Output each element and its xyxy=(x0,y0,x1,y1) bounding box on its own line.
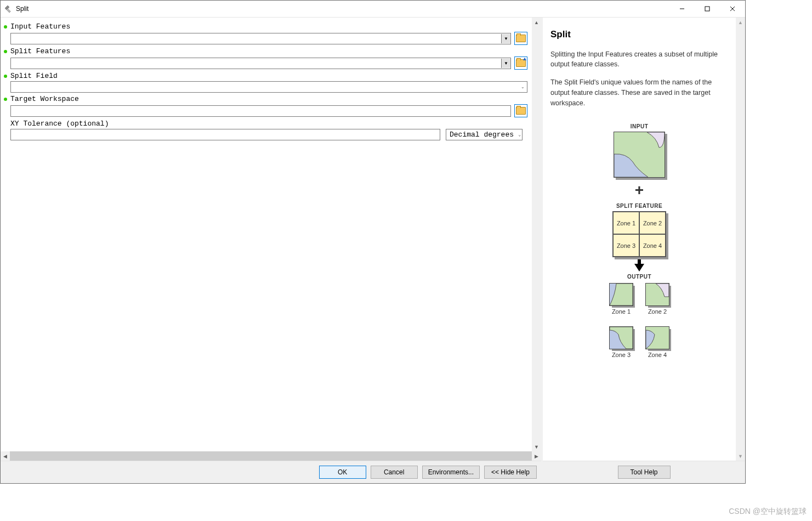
scroll-down-icon: ▼ xyxy=(532,442,541,451)
vertical-scrollbar[interactable]: ▲ ▼ xyxy=(532,18,541,451)
dialog-body: Input Features ▼ Split Features ▼ xyxy=(1,18,745,483)
svg-rect-1 xyxy=(6,8,10,13)
titlebar: Split xyxy=(1,1,745,18)
scroll-up-icon: ▲ xyxy=(532,18,541,27)
split-features-label: Split Features xyxy=(3,47,527,55)
split-dialog-window: Split Input Features ▼ xyxy=(0,0,746,484)
input-features-label: Input Features xyxy=(3,22,527,31)
scroll-right-icon: ▶ xyxy=(532,451,541,461)
target-workspace-label: Target Workspace xyxy=(3,95,527,103)
parameters-pane: Input Features ▼ Split Features ▼ xyxy=(1,18,543,483)
help-diagram: INPUT + SPLIT xyxy=(550,122,728,359)
diagram-input-tile xyxy=(614,132,665,178)
svg-rect-3 xyxy=(705,7,709,11)
folder-icon xyxy=(516,35,526,42)
window-title: Split xyxy=(16,5,669,13)
split-field-label: Split Field xyxy=(3,72,527,80)
xy-tolerance-input[interactable] xyxy=(10,129,440,140)
scroll-down-icon: ▼ xyxy=(736,451,745,461)
folder-add-icon xyxy=(516,59,526,67)
split-features-combo[interactable]: ▼ xyxy=(10,58,511,69)
form-scroll-area: Input Features ▼ Split Features ▼ xyxy=(1,18,541,461)
scroll-up-icon: ▲ xyxy=(736,18,745,27)
required-dot-icon xyxy=(4,25,7,29)
target-workspace-input[interactable] xyxy=(10,105,511,117)
help-title: Split xyxy=(550,27,728,42)
xy-tolerance-label: XY Tolerance (optional) xyxy=(3,120,527,128)
maximize-button[interactable] xyxy=(695,1,720,17)
ok-button[interactable]: OK xyxy=(319,466,366,479)
diagram-split-grid: Zone 1 Zone 2 Zone 3 Zone 4 xyxy=(612,211,666,257)
split-field-combo[interactable]: ⌄ xyxy=(10,81,527,93)
diagram-output-label: OUTPUT xyxy=(627,273,651,281)
help-vertical-scrollbar[interactable]: ▲ ▼ xyxy=(736,18,745,461)
scroll-left-icon: ◀ xyxy=(1,451,10,461)
minimize-button[interactable] xyxy=(669,1,695,17)
diagram-split-label: SPLIT FEATURE xyxy=(616,202,662,210)
input-features-combo[interactable]: ▼ xyxy=(10,33,511,44)
help-paragraph: Splitting the Input Features creates a s… xyxy=(550,49,728,70)
input-features-browse-button[interactable] xyxy=(514,32,527,45)
help-paragraph: The Split Field's unique values form the… xyxy=(550,77,728,108)
left-button-bar: OK Cancel Environments... << Hide Help xyxy=(1,461,541,483)
diagram-input-label: INPUT xyxy=(631,122,649,131)
environments-button[interactable]: Environments... xyxy=(422,466,480,479)
watermark: CSDN @空中旋转篮球 xyxy=(729,507,807,517)
xy-tolerance-unit-select[interactable]: Decimal degrees ⌄ xyxy=(446,129,523,140)
required-dot-icon xyxy=(4,75,7,78)
right-button-bar: Tool Help xyxy=(543,461,745,483)
required-dot-icon xyxy=(4,98,7,101)
help-pane: Split Splitting the Input Features creat… xyxy=(543,18,745,483)
hammer-icon xyxy=(4,4,13,13)
window-controls xyxy=(669,1,745,17)
arrow-down-icon xyxy=(634,264,644,271)
plus-icon: + xyxy=(635,179,644,202)
diagram-output-grid: Zone 1 Zone 2 Zone 3 Zone 4 xyxy=(609,283,669,359)
dropdown-icon: ⌄ xyxy=(518,82,527,92)
folder-icon xyxy=(516,107,526,115)
help-content: Split Splitting the Input Features creat… xyxy=(543,18,736,461)
close-button[interactable] xyxy=(720,1,745,17)
hide-help-button[interactable]: << Hide Help xyxy=(484,466,537,479)
tool-help-button[interactable]: Tool Help xyxy=(618,466,671,479)
dropdown-icon: ▼ xyxy=(501,59,510,68)
dropdown-icon: ⌄ xyxy=(518,132,521,137)
target-workspace-browse-button[interactable] xyxy=(514,104,527,117)
required-dot-icon xyxy=(4,50,7,53)
horizontal-scrollbar[interactable]: ◀ ▶ xyxy=(1,451,541,461)
cancel-button[interactable]: Cancel xyxy=(371,466,418,479)
dropdown-icon: ▼ xyxy=(501,34,510,43)
split-features-browse-button[interactable] xyxy=(514,56,527,70)
